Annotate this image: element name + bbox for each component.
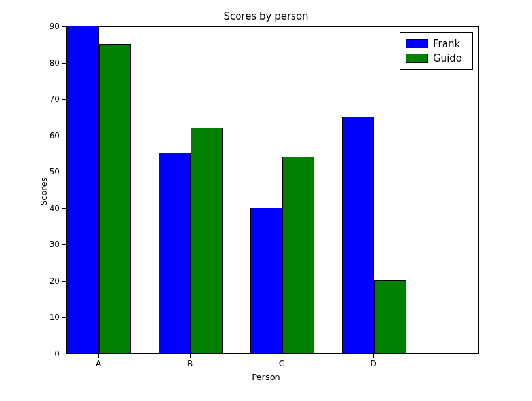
y-tick-label: 50	[33, 167, 60, 176]
y-tick-label: 20	[33, 277, 60, 286]
y-tick	[62, 172, 66, 172]
bar-frank-A	[67, 26, 99, 353]
y-tick	[62, 136, 66, 136]
y-tick-label: 10	[33, 313, 60, 322]
bar-frank-B	[159, 153, 191, 353]
y-tick-label: 40	[33, 204, 60, 213]
x-tick-label: D	[360, 359, 387, 368]
bar-guido-C	[282, 157, 314, 353]
y-tick	[62, 317, 66, 318]
x-tick	[98, 354, 99, 358]
legend-swatch-frank	[406, 39, 428, 48]
x-tick	[282, 354, 282, 358]
x-tick-label: B	[177, 359, 203, 368]
x-tick	[190, 354, 191, 358]
x-axis-label: Person	[0, 372, 532, 382]
x-tick-label: A	[85, 359, 111, 368]
bar-frank-D	[342, 117, 374, 353]
y-tick	[62, 354, 66, 354]
plot-area: Frank Guido	[66, 26, 479, 354]
legend-swatch-guido	[406, 54, 428, 63]
y-tick-label: 30	[33, 240, 60, 249]
y-tick	[62, 281, 66, 282]
y-tick	[62, 244, 66, 245]
y-tick-label: 80	[33, 58, 60, 67]
chart-title: Scores by person	[0, 10, 532, 22]
y-tick-label: 60	[33, 131, 60, 140]
bar-guido-B	[191, 128, 223, 353]
legend-box: Frank Guido	[400, 32, 473, 70]
legend-label-frank: Frank	[433, 37, 460, 51]
legend-entry-frank: Frank	[406, 37, 467, 51]
y-tick	[62, 26, 66, 27]
y-tick	[62, 63, 66, 64]
bar-guido-D	[374, 280, 406, 353]
legend-entry-guido: Guido	[406, 51, 467, 66]
y-tick-label: 0	[33, 349, 60, 358]
x-tick	[373, 354, 374, 358]
x-tick-label: C	[269, 359, 295, 368]
bar-guido-A	[99, 44, 131, 353]
bar-frank-C	[250, 208, 282, 353]
legend-label-guido: Guido	[433, 51, 462, 66]
chart-stage: Scores by person Frank Guido Scores Pers…	[0, 0, 532, 401]
y-tick	[62, 208, 66, 209]
y-tick	[62, 99, 66, 100]
y-tick-label: 90	[33, 22, 60, 31]
y-axis-label: Scores	[39, 178, 48, 206]
y-tick-label: 70	[33, 94, 60, 104]
